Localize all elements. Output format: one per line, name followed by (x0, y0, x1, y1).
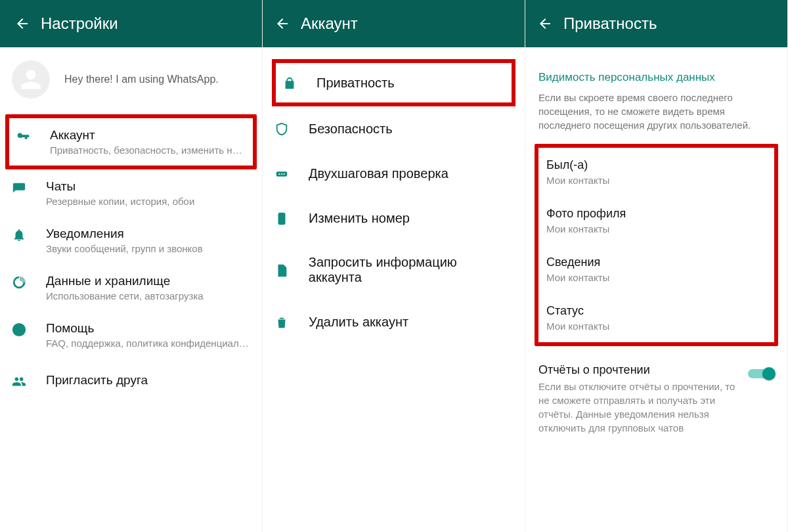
arrow-back-icon (274, 16, 290, 32)
item-title: Приватность (317, 76, 395, 91)
svg-rect-6 (278, 213, 284, 225)
person-icon (19, 68, 43, 91)
account-item-security[interactable]: Безопасность (263, 106, 525, 151)
chat-icon (12, 181, 26, 195)
password-icon (274, 167, 289, 181)
account-item-change-number[interactable]: Изменить номер (263, 196, 525, 240)
item-subtitle: Если вы отключите отчёты о прочтении, то… (538, 380, 740, 435)
appbar: Приватность (525, 0, 787, 47)
item-title: Двухшаговая проверка (309, 166, 449, 181)
key-icon (16, 129, 30, 144)
account-item-two-step[interactable]: Двухшаговая проверка (263, 151, 525, 196)
people-icon (12, 374, 26, 389)
settings-screen: Настройки Hey there! I am using WhatsApp… (0, 0, 263, 532)
account-screen: Аккаунт Приватность Безопасность Двухшаг… (263, 0, 525, 532)
arrow-back-icon (14, 16, 30, 32)
item-title: Безопасность (309, 122, 393, 137)
back-button[interactable] (7, 8, 38, 39)
settings-item-chats[interactable]: Чаты Резервные копии, история, обои (0, 169, 262, 217)
phone-swap-icon (274, 211, 289, 226)
highlight-account: Аккаунт Приватность, безопасность, измен… (5, 114, 257, 169)
item-subtitle: Мои контакты (546, 223, 766, 234)
shield-icon (274, 122, 289, 137)
appbar: Настройки (0, 0, 262, 47)
account-item-delete[interactable]: Удалить аккаунт (263, 299, 525, 344)
item-title: Пригласить друга (46, 373, 250, 388)
settings-item-data[interactable]: Данные и хранилище Использование сети, а… (0, 264, 262, 311)
arrow-back-icon (537, 16, 553, 32)
svg-point-3 (278, 173, 280, 175)
svg-text:?: ? (16, 325, 22, 335)
item-subtitle: Приватность, безопасность, изменить номе… (50, 144, 246, 156)
item-title: Отчёты о прочтении (538, 363, 740, 377)
item-title: Уведомления (46, 227, 250, 241)
help-icon: ? (12, 322, 26, 337)
item-title: Удалить аккаунт (309, 315, 408, 330)
account-item-request-info[interactable]: Запросить информацию аккаунта (263, 240, 525, 299)
trash-icon (274, 315, 289, 330)
document-icon (274, 263, 289, 278)
back-button[interactable] (529, 8, 561, 39)
item-title: Данные и хранилище (46, 274, 250, 288)
avatar (12, 60, 50, 99)
lock-icon (282, 76, 297, 91)
item-title: Сведения (546, 255, 766, 269)
settings-item-notifications[interactable]: Уведомления Звуки сообщений, групп и зво… (0, 217, 262, 264)
item-subtitle: Использование сети, автозагрузка (46, 290, 250, 301)
settings-item-help[interactable]: ? Помощь FAQ, поддержка, политика конфид… (0, 311, 262, 359)
privacy-item-profile-photo[interactable]: Фото профиля Мои контакты (538, 196, 774, 245)
privacy-screen: Приватность Видимость персональных данны… (525, 0, 788, 532)
privacy-item-about[interactable]: Сведения Мои контакты (538, 245, 774, 294)
item-subtitle: Мои контакты (546, 272, 766, 283)
settings-item-invite[interactable]: Пригласить друга (0, 359, 262, 399)
item-title: Был(-а) (546, 158, 766, 172)
privacy-item-last-seen[interactable]: Был(-а) Мои контакты (538, 148, 774, 196)
data-usage-icon (12, 275, 26, 290)
appbar: Аккаунт (263, 0, 525, 47)
item-title: Фото профиля (546, 207, 766, 221)
read-receipts-switch[interactable] (748, 366, 774, 382)
appbar-title: Приватность (563, 14, 657, 33)
item-title: Аккаунт (50, 128, 246, 143)
item-subtitle: Мои контакты (546, 175, 766, 186)
item-subtitle: Мои контакты (546, 321, 766, 332)
item-title: Помощь (46, 321, 250, 336)
item-title: Запросить информацию аккаунта (309, 255, 513, 285)
profile-status: Hey there! I am using WhatsApp. (64, 74, 219, 85)
back-button[interactable] (267, 8, 298, 39)
svg-point-5 (284, 173, 285, 175)
privacy-item-read-receipts[interactable]: Отчёты о прочтении Если вы отключите отч… (525, 350, 787, 448)
account-item-privacy[interactable]: Приватность (276, 64, 512, 101)
item-subtitle: Звуки сообщений, групп и звонков (46, 243, 250, 254)
section-description: Если вы скроете время своего последнего … (525, 91, 787, 141)
appbar-title: Настройки (41, 14, 118, 33)
section-header: Видимость персональных данных (525, 47, 787, 91)
settings-item-account[interactable]: Аккаунт Приватность, безопасность, измен… (9, 118, 253, 166)
highlight-visibility: Был(-а) Мои контакты Фото профиля Мои ко… (535, 144, 778, 346)
highlight-privacy: Приватность (272, 59, 515, 106)
item-title: Статус (546, 304, 766, 318)
privacy-item-status[interactable]: Статус Мои контакты (538, 294, 774, 342)
item-subtitle: Резервные копии, история, обои (46, 196, 250, 207)
item-title: Изменить номер (309, 211, 410, 226)
appbar-title: Аккаунт (301, 14, 358, 33)
svg-point-4 (281, 173, 282, 175)
bell-icon (12, 228, 26, 242)
profile-row[interactable]: Hey there! I am using WhatsApp. (0, 47, 262, 113)
item-title: Чаты (46, 179, 250, 194)
switch-thumb (762, 367, 776, 380)
item-subtitle: FAQ, поддержка, политика конфиденциально… (46, 338, 250, 349)
